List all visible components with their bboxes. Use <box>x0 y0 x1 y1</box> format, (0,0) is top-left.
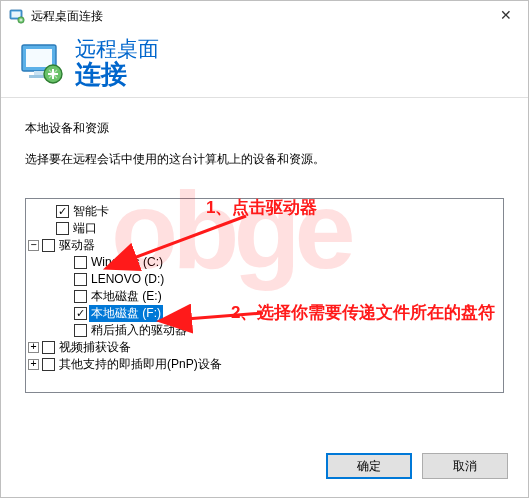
svg-rect-4 <box>26 49 52 67</box>
header-title: 远程桌面 <box>75 37 159 60</box>
dialog-window: 远程桌面连接 ✕ 远程桌面 连接 本地设备和资源 选择要在远程会话中使用的这台计… <box>0 0 529 498</box>
tree-item-drive-f[interactable]: 本地磁盘 (F:) <box>28 305 501 322</box>
tree-item-pnp[interactable]: + 其他支持的即插即用(PnP)设备 <box>28 356 501 373</box>
label-later-drives: 稍后插入的驱动器 <box>89 322 189 339</box>
expander-pnp[interactable]: + <box>28 359 39 370</box>
dialog-header: 远程桌面 连接 <box>1 31 528 98</box>
checkbox-pnp[interactable] <box>42 358 55 371</box>
header-text-block: 远程桌面 连接 <box>75 37 159 89</box>
checkbox-drive-d[interactable] <box>74 273 87 286</box>
label-drive-c: Windows (C:) <box>89 255 165 269</box>
checkbox-drive-f[interactable] <box>74 307 87 320</box>
tree-item-port[interactable]: 端口 <box>28 220 501 237</box>
dialog-body: 本地设备和资源 选择要在远程会话中使用的这台计算机上的设备和资源。 智能卡 端口… <box>1 98 528 393</box>
checkbox-port[interactable] <box>56 222 69 235</box>
rdp-icon <box>9 8 25 24</box>
ok-button[interactable]: 确定 <box>326 453 412 479</box>
label-drive-e: 本地磁盘 (E:) <box>89 288 164 305</box>
checkbox-smartcard[interactable] <box>56 205 69 218</box>
expander-drives[interactable]: − <box>28 240 39 251</box>
label-pnp: 其他支持的即插即用(PnP)设备 <box>57 356 224 373</box>
checkbox-drive-c[interactable] <box>74 256 87 269</box>
label-drive-f: 本地磁盘 (F:) <box>89 305 163 322</box>
cancel-button[interactable]: 取消 <box>422 453 508 479</box>
section-description: 选择要在远程会话中使用的这台计算机上的设备和资源。 <box>25 151 508 168</box>
svg-rect-5 <box>34 71 44 75</box>
rdp-header-icon <box>19 40 65 86</box>
tree-item-drive-d[interactable]: LENOVO (D:) <box>28 271 501 288</box>
label-video: 视频捕获设备 <box>57 339 133 356</box>
label-port: 端口 <box>71 220 99 237</box>
checkbox-drives[interactable] <box>42 239 55 252</box>
checkbox-later-drives[interactable] <box>74 324 87 337</box>
resources-tree: 智能卡 端口 − 驱动器 Windows (C:) LENOVO (D:) <box>25 198 504 393</box>
header-subtitle: 连接 <box>75 60 159 89</box>
tree-item-drive-c[interactable]: Windows (C:) <box>28 254 501 271</box>
titlebar-title: 远程桌面连接 <box>31 8 103 25</box>
titlebar: 远程桌面连接 ✕ <box>1 1 528 31</box>
tree-item-video[interactable]: + 视频捕获设备 <box>28 339 501 356</box>
tree-item-drive-e[interactable]: 本地磁盘 (E:) <box>28 288 501 305</box>
checkbox-drive-e[interactable] <box>74 290 87 303</box>
tree-item-drives[interactable]: − 驱动器 <box>28 237 501 254</box>
tree-item-smartcard[interactable]: 智能卡 <box>28 203 501 220</box>
tree-item-later-drives[interactable]: 稍后插入的驱动器 <box>28 322 501 339</box>
label-drives: 驱动器 <box>57 237 97 254</box>
expander-video[interactable]: + <box>28 342 39 353</box>
label-smartcard: 智能卡 <box>71 203 111 220</box>
checkbox-video[interactable] <box>42 341 55 354</box>
dialog-buttons: 确定 取消 <box>326 453 508 479</box>
label-drive-d: LENOVO (D:) <box>89 272 166 286</box>
close-button[interactable]: ✕ <box>483 1 528 29</box>
svg-rect-1 <box>12 12 21 18</box>
section-label: 本地设备和资源 <box>25 120 508 137</box>
